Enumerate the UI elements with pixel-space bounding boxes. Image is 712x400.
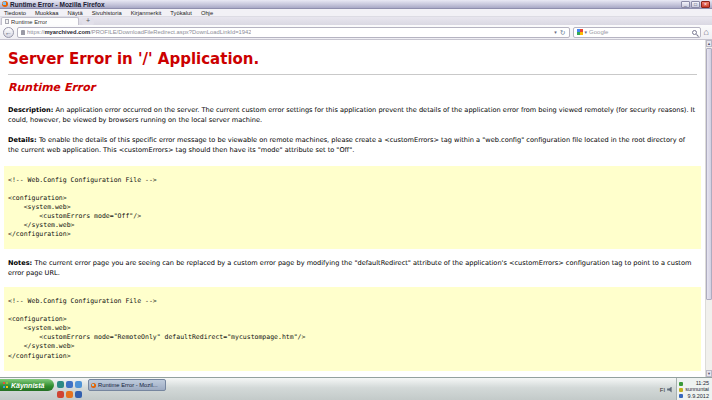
reload-icon[interactable] [560, 29, 566, 36]
tab-runtime-error[interactable]: Runtime Error [1, 17, 79, 25]
clock-text: 11:25 sunnuntai 9.9.2012 [685, 380, 709, 399]
web-config-code-block-2: <!-- Web.Config Configuration File --> <… [4, 287, 701, 371]
search-placeholder: Google [589, 29, 608, 35]
window-controls [681, 1, 710, 8]
desktop: Runtime Error - Mozilla Firefox Tiedosto… [0, 0, 712, 400]
search-engine-chevron-icon[interactable] [585, 29, 588, 35]
minimize-button[interactable] [681, 1, 690, 8]
system-tray: FI 11:25 sunnuntai 9.9.2012 [660, 378, 712, 400]
chevron-down-icon[interactable] [554, 29, 557, 35]
menu-bookmarks[interactable]: Kirjanmerkit [131, 10, 162, 16]
details-paragraph: Details: To enable the details of this s… [8, 136, 697, 156]
page-title: Server Error in '/' Application. [8, 50, 697, 68]
new-tab-button[interactable]: + [82, 18, 94, 25]
navigation-bar: https://myarchived.com/PROFILE/DownloadF… [0, 25, 712, 40]
browser-viewport: Server Error in '/' Application. Runtime… [0, 40, 705, 377]
quick-launch-icon-1[interactable] [57, 381, 64, 388]
tray-icon-3 [679, 394, 683, 398]
description-paragraph: Description: An application error occurr… [8, 106, 697, 126]
home-icon[interactable] [704, 27, 709, 38]
quick-launch-icon-4[interactable] [57, 391, 64, 398]
quick-launch-icon-3[interactable] [75, 381, 82, 388]
close-button[interactable] [701, 1, 710, 8]
tab-label: Runtime Error [11, 19, 47, 25]
firefox-icon [2, 1, 8, 7]
lock-icon [21, 30, 25, 35]
notes-text: The current error page you are seeing ca… [8, 259, 691, 277]
url-domain: myarchived.com [44, 29, 90, 35]
url-path: /PROFILE/DownloadFileRedirect.aspx?DownL… [90, 29, 251, 35]
menu-help[interactable]: Ohje [201, 10, 213, 16]
language-indicator[interactable]: FI [660, 387, 665, 393]
web-config-code-block-1: <!-- Web.Config Configuration File --> <… [4, 166, 701, 250]
taskbar-button-label: Runtime Error - Mozil... [98, 382, 158, 388]
url-input[interactable]: https://myarchived.com/PROFILE/DownloadF… [17, 27, 570, 38]
taskbar: Käynnistä Runtime Error - Mozil... FI 11… [0, 377, 712, 400]
scroll-up-icon[interactable] [706, 40, 712, 47]
tray-icon-1 [679, 382, 683, 386]
vertical-scrollbar[interactable] [705, 40, 712, 377]
google-icon [577, 29, 583, 35]
menu-view[interactable]: Näytä [68, 10, 83, 16]
notes-paragraph: Notes: The current error page you are se… [8, 259, 697, 279]
search-icon[interactable] [692, 30, 697, 35]
window-titlebar[interactable]: Runtime Error - Mozilla Firefox [0, 0, 712, 9]
scroll-down-icon[interactable] [706, 370, 712, 377]
details-label: Details: [8, 136, 39, 144]
quick-launch-icon-5[interactable] [66, 391, 73, 398]
maximize-button[interactable] [691, 1, 700, 8]
description-text: An application error occurred on the ser… [8, 106, 695, 124]
description-label: Description: [8, 106, 56, 114]
quick-launch-icon-6[interactable] [75, 391, 82, 398]
page-favicon [5, 19, 9, 24]
url-text: https://myarchived.com/PROFILE/DownloadF… [27, 29, 251, 35]
windows-logo-icon [3, 382, 9, 388]
clock-date: 9.9.2012 [688, 393, 709, 399]
menu-file[interactable]: Tiedosto [4, 10, 26, 16]
page-subtitle: Runtime Error [8, 81, 697, 94]
quick-launch-icon-2[interactable] [66, 381, 73, 388]
tray-clock[interactable]: 11:25 sunnuntai 9.9.2012 [676, 378, 712, 400]
scrollbar-thumb[interactable] [706, 48, 712, 300]
firefox-icon [91, 383, 96, 388]
back-button[interactable] [3, 27, 14, 38]
window-title: Runtime Error - Mozilla Firefox [10, 1, 105, 8]
start-button-label: Käynnistä [11, 382, 44, 389]
url-scheme: https:// [27, 29, 44, 35]
divider [8, 74, 697, 75]
url-actions [554, 29, 565, 36]
search-input[interactable]: Google [573, 27, 701, 38]
menu-edit[interactable]: Muokkaa [35, 10, 59, 16]
volume-icon[interactable] [667, 387, 673, 393]
menu-bar: Tiedosto Muokkaa Näytä Sivuhistoria Kirj… [0, 9, 712, 17]
notes-label: Notes: [8, 259, 35, 267]
tab-bar: Runtime Error + [0, 17, 712, 25]
start-button[interactable]: Käynnistä [0, 379, 54, 391]
details-text: To enable the details of this specific e… [8, 136, 685, 154]
menu-history[interactable]: Sivuhistoria [92, 10, 122, 16]
taskbar-button-firefox[interactable]: Runtime Error - Mozil... [88, 379, 166, 391]
tray-icon-2 [679, 388, 683, 392]
menu-tools[interactable]: Työkalut [170, 10, 192, 16]
tray-icons [679, 382, 683, 398]
